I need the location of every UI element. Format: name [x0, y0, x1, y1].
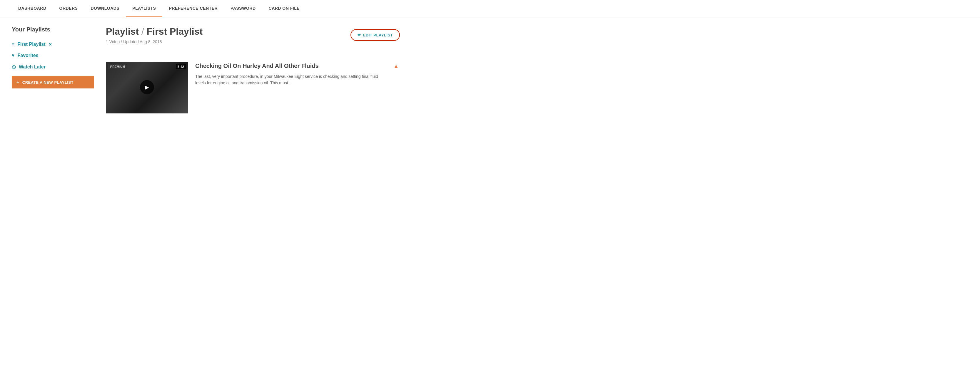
- create-playlist-label: CREATE A NEW PLAYLIST: [22, 80, 73, 85]
- nav-dashboard[interactable]: DASHBOARD: [12, 0, 53, 17]
- drag-handle-icon: ≡: [12, 42, 14, 47]
- page-subtitle: 1 Video / Updated Aug 8, 2018: [106, 40, 350, 44]
- nav-downloads[interactable]: DOWNLOADS: [84, 0, 126, 17]
- nav-card-on-file[interactable]: CARD ON FILE: [262, 0, 306, 17]
- page-title: Playlist / First Playlist: [106, 26, 350, 37]
- play-icon: ▶: [145, 84, 149, 90]
- nav-playlists[interactable]: PLAYLISTS: [126, 0, 162, 17]
- video-title: Checking Oil On Harley And All Other Flu…: [195, 62, 385, 70]
- top-navigation: DASHBOARD ORDERS DOWNLOADS PLAYLISTS PRE…: [0, 0, 980, 17]
- edit-playlist-label: EDIT PLAYLIST: [363, 33, 393, 37]
- pencil-icon: ✏: [358, 33, 361, 37]
- breadcrumb-separator: /: [139, 26, 147, 37]
- nav-password[interactable]: PASSWORD: [224, 0, 262, 17]
- collapse-button[interactable]: ▲: [392, 62, 400, 71]
- edit-playlist-button[interactable]: ✏ EDIT PLAYLIST: [350, 29, 400, 41]
- video-description: The last, very important procedure, in y…: [195, 73, 385, 86]
- content-divider: [106, 56, 400, 56]
- heart-icon: ♥: [12, 53, 15, 58]
- sidebar-title: Your Playlists: [12, 26, 94, 33]
- create-playlist-button[interactable]: + CREATE A NEW PLAYLIST: [12, 76, 94, 89]
- plus-icon: +: [16, 80, 19, 85]
- play-button[interactable]: ▶: [140, 80, 154, 94]
- sidebar-item-favorites-label: Favorites: [18, 53, 38, 58]
- sidebar-item-watch-later[interactable]: ◷ Watch Later: [12, 61, 94, 73]
- main-layout: Your Playlists ≡ First Playlist ✕ ♥ Favo…: [0, 17, 412, 122]
- content-header: Playlist / First Playlist 1 Video / Upda…: [106, 26, 400, 50]
- video-actions: ▲: [392, 62, 400, 71]
- sidebar-item-favorites[interactable]: ♥ Favorites: [12, 50, 94, 61]
- nav-preference-center[interactable]: PREFERENCE CENTER: [162, 0, 224, 17]
- video-info: Checking Oil On Harley And All Other Flu…: [195, 62, 385, 86]
- breadcrumb-current: First Playlist: [147, 26, 203, 37]
- sidebar-item-first-playlist[interactable]: ≡ First Playlist ✕: [12, 39, 94, 50]
- video-item: PREMIUM 5:42 ▶ Checking Oil On Harley An…: [106, 62, 400, 113]
- video-thumbnail[interactable]: PREMIUM 5:42 ▶: [106, 62, 188, 113]
- breadcrumb-parent: Playlist: [106, 26, 139, 37]
- content-area: Playlist / First Playlist 1 Video / Upda…: [106, 26, 400, 113]
- sidebar-item-watch-later-label: Watch Later: [19, 64, 46, 70]
- sidebar: Your Playlists ≡ First Playlist ✕ ♥ Favo…: [12, 26, 94, 113]
- title-section: Playlist / First Playlist 1 Video / Upda…: [106, 26, 350, 50]
- nav-orders[interactable]: ORDERS: [53, 0, 84, 17]
- duration-badge: 5:42: [176, 64, 186, 69]
- close-icon[interactable]: ✕: [49, 42, 52, 47]
- sidebar-item-first-playlist-label: First Playlist: [18, 42, 45, 47]
- premium-badge: PREMIUM: [108, 64, 127, 69]
- clock-icon: ◷: [12, 64, 16, 70]
